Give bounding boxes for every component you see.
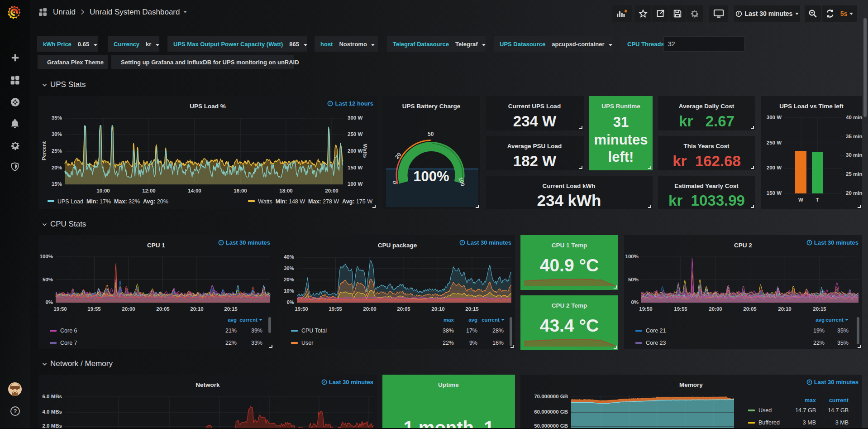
svg-text:?: ? (13, 408, 17, 415)
